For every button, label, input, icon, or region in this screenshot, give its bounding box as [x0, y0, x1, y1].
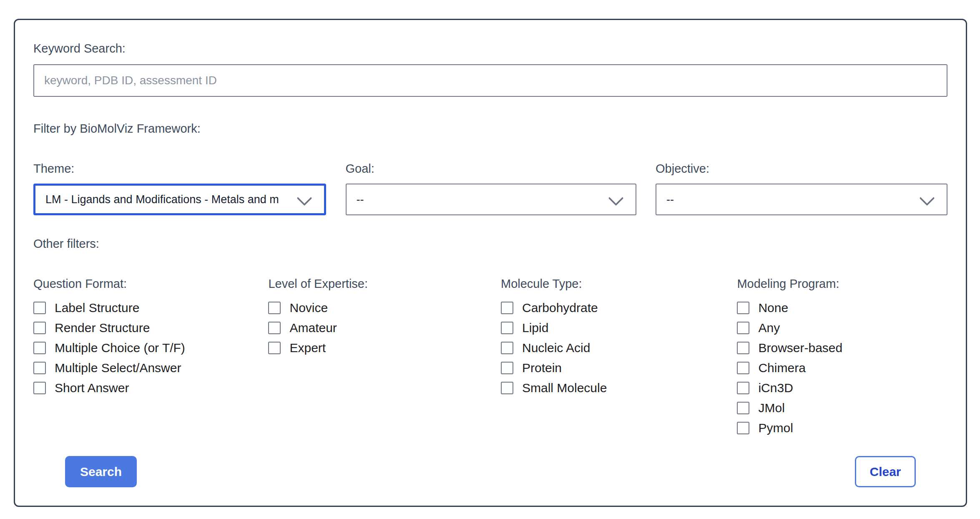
search-filter-panel: Keyword Search: Filter by BioMolViz Fram…	[14, 19, 967, 507]
goal-label: Goal:	[346, 161, 636, 176]
goal-select-value: --	[347, 193, 364, 206]
checkbox-label: Short Answer	[55, 381, 129, 395]
checkbox-item: None	[737, 298, 947, 318]
checkbox-any[interactable]	[737, 322, 749, 334]
checkbox-multiple-select[interactable]	[33, 362, 46, 374]
checkbox-carbohydrate[interactable]	[501, 302, 513, 314]
chevron-down-icon	[608, 191, 623, 206]
molecule-type-group: Molecule Type: Carbohydrate Lipid Nuclei…	[501, 276, 737, 438]
checkbox-item: Novice	[268, 298, 500, 318]
checkbox-label: Amateur	[289, 321, 337, 335]
checkbox-item: Render Structure	[33, 318, 268, 338]
checkbox-chimera[interactable]	[737, 362, 749, 374]
checkbox-label: Multiple Choice (or T/F)	[55, 341, 185, 355]
checkbox-nucleic-acid[interactable]	[501, 342, 513, 354]
objective-select[interactable]: --	[656, 184, 947, 215]
checkbox-small-molecule[interactable]	[501, 382, 513, 394]
checkbox-label: JMol	[758, 401, 784, 415]
checkbox-render-structure[interactable]	[33, 322, 46, 334]
checkbox-item: JMol	[737, 398, 947, 418]
checkbox-amateur[interactable]	[268, 322, 281, 334]
checkbox-label: Lipid	[522, 321, 548, 335]
checkbox-label: Browser-based	[758, 341, 842, 355]
checkbox-label: Small Molecule	[522, 381, 607, 395]
checkbox-item: Amateur	[268, 318, 500, 338]
checkbox-label: None	[758, 301, 788, 315]
checkbox-label: Chimera	[758, 361, 805, 375]
checkbox-item: Chimera	[737, 358, 947, 378]
checkbox-item: Nucleic Acid	[501, 338, 737, 358]
objective-select-value: --	[656, 193, 674, 206]
keyword-search-label: Keyword Search:	[33, 41, 947, 56]
checkbox-label: Render Structure	[55, 321, 150, 335]
level-of-expertise-label: Level of Expertise:	[268, 276, 500, 291]
checkbox-label: iCn3D	[758, 381, 793, 395]
checkbox-label: Novice	[289, 301, 328, 315]
other-filters-label: Other filters:	[33, 236, 947, 251]
checkbox-label-structure[interactable]	[33, 302, 46, 314]
checkbox-item: Browser-based	[737, 338, 947, 358]
molecule-type-label: Molecule Type:	[501, 276, 737, 291]
question-format-label: Question Format:	[33, 276, 268, 291]
checkbox-item: Multiple Choice (or T/F)	[33, 338, 268, 358]
checkbox-item: iCn3D	[737, 378, 947, 398]
search-button[interactable]: Search	[65, 456, 137, 487]
checkbox-label: Label Structure	[55, 301, 139, 315]
checkbox-label: Multiple Select/Answer	[55, 361, 181, 375]
modeling-program-group: Modeling Program: None Any Browser-based…	[737, 276, 947, 438]
checkbox-item: Protein	[501, 358, 737, 378]
actions-row: Search Clear	[65, 456, 916, 487]
framework-select-row: Theme: LM - Ligands and Modifications - …	[33, 161, 947, 215]
checkbox-label: Nucleic Acid	[522, 341, 590, 355]
checkbox-label: Carbohydrate	[522, 301, 598, 315]
objective-select-group: Objective: --	[656, 161, 947, 215]
clear-button[interactable]: Clear	[855, 456, 916, 487]
question-format-group: Question Format: Label Structure Render …	[33, 276, 268, 438]
checkbox-item: Carbohydrate	[501, 298, 737, 318]
chevron-down-icon	[297, 191, 312, 206]
checkbox-item: Pymol	[737, 418, 947, 438]
checkbox-novice[interactable]	[268, 302, 281, 314]
checkbox-protein[interactable]	[501, 362, 513, 374]
checkbox-item: Multiple Select/Answer	[33, 358, 268, 378]
chevron-down-icon	[920, 191, 935, 206]
theme-label: Theme:	[33, 161, 326, 176]
checkbox-item: Label Structure	[33, 298, 268, 318]
keyword-search-input[interactable]	[33, 64, 947, 97]
checkbox-expert[interactable]	[268, 342, 281, 354]
checkbox-item: Small Molecule	[501, 378, 737, 398]
checkbox-label: Pymol	[758, 421, 793, 435]
framework-section-label: Filter by BioMolViz Framework:	[33, 121, 947, 136]
objective-label: Objective:	[656, 161, 947, 176]
checkbox-browser-based[interactable]	[737, 342, 749, 354]
level-of-expertise-group: Level of Expertise: Novice Amateur Exper…	[268, 276, 500, 438]
checkbox-label: Expert	[289, 341, 326, 355]
goal-select-group: Goal: --	[346, 161, 636, 215]
checkbox-label: Any	[758, 321, 780, 335]
checkbox-item: Lipid	[501, 318, 737, 338]
checkbox-item: Expert	[268, 338, 500, 358]
theme-select-group: Theme: LM - Ligands and Modifications - …	[33, 161, 326, 215]
checkbox-label: Protein	[522, 361, 562, 375]
checkbox-item: Short Answer	[33, 378, 268, 398]
checkbox-pymol[interactable]	[737, 422, 749, 434]
theme-select[interactable]: LM - Ligands and Modifications - Metals …	[33, 184, 326, 215]
checkbox-none[interactable]	[737, 302, 749, 314]
checkbox-item: Any	[737, 318, 947, 338]
checkbox-lipid[interactable]	[501, 322, 513, 334]
checkbox-multiple-choice[interactable]	[33, 342, 46, 354]
checkbox-jmol[interactable]	[737, 402, 749, 414]
theme-select-value: LM - Ligands and Modifications - Metals …	[35, 193, 279, 206]
modeling-program-label: Modeling Program:	[737, 276, 947, 291]
checkbox-short-answer[interactable]	[33, 382, 46, 394]
checkbox-icn3d[interactable]	[737, 382, 749, 394]
other-filters-row: Question Format: Label Structure Render …	[33, 276, 947, 438]
goal-select[interactable]: --	[346, 184, 636, 215]
